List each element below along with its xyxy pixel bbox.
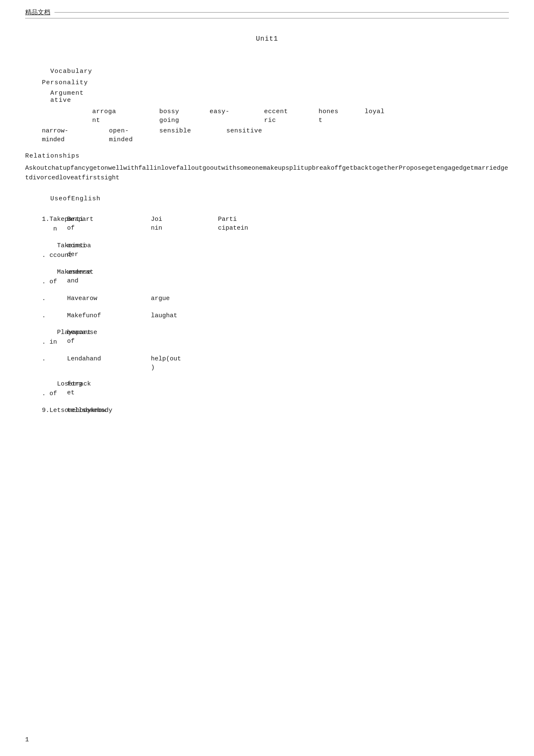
phrase-col1-7: Lendahand bbox=[67, 355, 151, 363]
phrase-col4-1: Participatein bbox=[218, 215, 293, 233]
relationships-section: Relationships Askoutchatupfancygetonwell… bbox=[25, 153, 509, 183]
phrase-dot-2: Takeintoa. ccount bbox=[42, 241, 67, 260]
relationships-label: Relationships bbox=[25, 153, 509, 160]
phrase-col2-5: laughat bbox=[151, 311, 235, 320]
phrase-dot-4: . bbox=[42, 294, 67, 304]
phrase-row-1: 1.Takeparti n Beapartof Joinin Participa… bbox=[42, 215, 509, 234]
word-loyal: loyal bbox=[365, 107, 407, 125]
phrase-row-7: . Lendahand help(out) bbox=[42, 355, 509, 372]
phrase-dot-3: Makesense. of bbox=[42, 268, 67, 287]
word-sensible: sensible bbox=[159, 127, 226, 144]
argumentative-label: Argumentative bbox=[50, 90, 509, 104]
phrase-row-8: Losetrack. of forget bbox=[42, 380, 509, 399]
phrase-row-3: Makesense. of understand bbox=[42, 268, 509, 287]
phrase-num-9: 9.Letsomebodyknow bbox=[42, 406, 67, 416]
use-of-english-label: UseofEnglish bbox=[50, 195, 509, 202]
phrase-row-6: Playapart. in beacauseof bbox=[42, 328, 509, 347]
unit-title: Unit1 bbox=[25, 35, 509, 43]
phrase-row-4: . Havearow argue bbox=[42, 294, 509, 304]
phrase-col2-3: understand bbox=[67, 268, 151, 285]
phrase-col3-1: Joinin bbox=[151, 215, 218, 233]
phrase-col2-1: Beapartof bbox=[67, 215, 151, 233]
phrase-num-1: 1.Takeparti n bbox=[42, 215, 67, 234]
phrase-col1-4: Havearow bbox=[67, 294, 151, 303]
header-bar: 精品文档 bbox=[25, 8, 509, 18]
header-title: 精品文档 bbox=[25, 8, 50, 16]
phrase-col2-8: forget bbox=[67, 380, 151, 397]
use-of-english-section: UseofEnglish bbox=[25, 195, 509, 202]
phrase-row-5: . Makefunof laughat bbox=[42, 311, 509, 321]
phrase-col2-2: consider bbox=[67, 241, 151, 259]
page-number: 1 bbox=[25, 736, 29, 743]
word-eccentric: eccentric bbox=[264, 107, 319, 125]
phrase-dot-7: . bbox=[42, 355, 67, 364]
phrase-row-9: 9.Letsomebodyknow tellsomebody bbox=[42, 406, 509, 416]
phrase-dot-8: Losetrack. of bbox=[42, 380, 67, 399]
phrase-dot-5: . bbox=[42, 311, 67, 321]
word-arrogant: arrogant bbox=[92, 107, 159, 125]
header-line bbox=[54, 12, 509, 13]
narrow-minded-label: narrow-minded bbox=[42, 127, 92, 144]
word-grid-row1: arrogant bossygoing easy- eccentric hone… bbox=[25, 107, 509, 125]
word-bossy: bossygoing bbox=[159, 107, 210, 125]
phrase-dot-6: Playapart. in bbox=[42, 328, 67, 347]
narrow-words: open-minded sensible sensitive bbox=[109, 127, 281, 144]
phrases-block: Askoutchatupfancygetonwellwithfallinlove… bbox=[25, 164, 509, 183]
personality-section: Personality bbox=[25, 79, 509, 86]
word-open-minded: open-minded bbox=[109, 127, 159, 144]
word-easy: easy- bbox=[210, 107, 264, 125]
phrase-col2-7: help(out) bbox=[151, 355, 235, 372]
word-honest: honest bbox=[319, 107, 365, 125]
vocabulary-label: Vocabulary bbox=[50, 68, 509, 75]
phrases-list: 1.Takeparti n Beapartof Joinin Participa… bbox=[25, 215, 509, 416]
phrase-col2-6: beacauseof bbox=[67, 328, 151, 346]
phrase-row-2: Takeintoa. ccount consider bbox=[42, 241, 509, 260]
argumentative-section: Argumentative bbox=[25, 90, 509, 104]
vocabulary-section: Vocabulary bbox=[25, 68, 509, 75]
personality-label: Personality bbox=[42, 79, 509, 86]
narrow-row: narrow-minded open-minded sensible sensi… bbox=[25, 127, 509, 144]
phrase-col1-5: Makefunof bbox=[67, 311, 151, 320]
phrase-col2-4: argue bbox=[151, 294, 235, 303]
phrase-col2-9: tellsomebody bbox=[67, 406, 151, 415]
word-sensitive: sensitive bbox=[226, 127, 281, 144]
